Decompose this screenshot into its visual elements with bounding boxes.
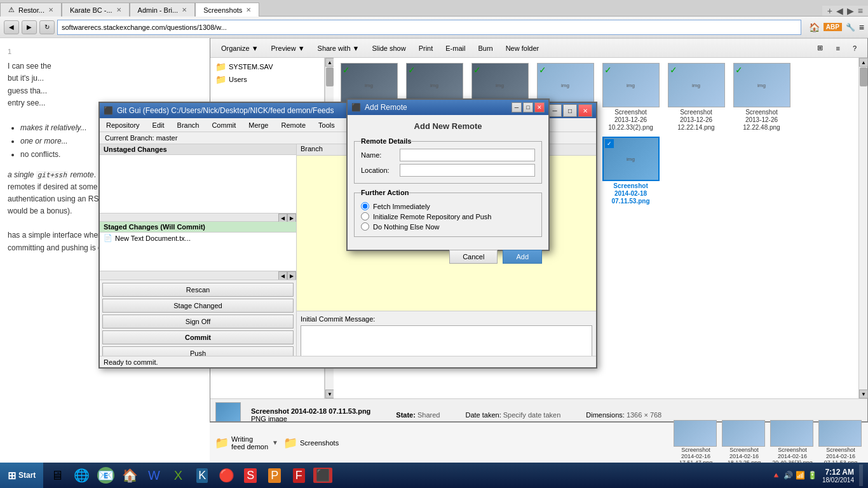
scroll-right-btn2[interactable]: ▶ bbox=[287, 271, 296, 280]
git-commit-message-input[interactable] bbox=[301, 325, 592, 357]
screenshot-thumb[interactable]: img ✓ Screenshot2014-02-1807.11.53.png bbox=[600, 137, 661, 205]
nav-system-sav[interactable]: 📁 SYSTEM.SAV bbox=[213, 60, 322, 73]
name-input[interactable] bbox=[400, 149, 535, 161]
taskbar-quick-launch-7[interactable]: K bbox=[191, 464, 214, 486]
location-input[interactable] bbox=[400, 164, 535, 177]
taskbar-quick-launch-10[interactable]: P bbox=[263, 464, 286, 486]
bottom-writing-item[interactable]: 📁 Writingfeed demon ▼ bbox=[215, 435, 278, 451]
git-menu-tools[interactable]: Tools bbox=[312, 118, 341, 132]
git-menu-merge[interactable]: Merge bbox=[242, 118, 275, 132]
git-menu-remote[interactable]: Remote bbox=[275, 118, 312, 132]
dialog-minimize-btn[interactable]: ─ bbox=[512, 102, 522, 112]
nav-extra-btn[interactable]: ≡ bbox=[858, 6, 863, 16]
bottom-thumb[interactable]: Screenshot 2014-02-1618.12.25.png bbox=[722, 420, 766, 466]
menu-btn[interactable]: ≡ bbox=[859, 22, 864, 32]
help-btn[interactable]: ? bbox=[847, 41, 862, 56]
burn-btn[interactable]: Burn bbox=[472, 41, 498, 56]
email-btn[interactable]: E-mail bbox=[440, 41, 471, 56]
git-menu-repository[interactable]: Repository bbox=[100, 118, 146, 132]
git-menu-branch[interactable]: Branch bbox=[171, 118, 206, 132]
cancel-btn[interactable]: Cancel bbox=[449, 250, 498, 264]
taskbar-quick-launch-2[interactable]: 🌐 bbox=[70, 464, 93, 486]
tab-close-btn[interactable]: ✕ bbox=[182, 6, 187, 13]
addon-btn1[interactable]: ABP bbox=[824, 23, 842, 31]
taskbar-quick-launch-9[interactable]: S bbox=[239, 464, 262, 486]
print-btn[interactable]: Print bbox=[413, 41, 439, 56]
start-button[interactable]: ⊞ Start bbox=[0, 463, 43, 488]
git-close-btn[interactable]: ✕ bbox=[578, 104, 592, 117]
screenshot-thumb[interactable]: img ✓ Screenshot2013-12-2612.22.48.png bbox=[731, 63, 792, 132]
start-label: Start bbox=[18, 471, 36, 480]
tab-close-btn[interactable]: ✕ bbox=[116, 6, 121, 13]
url-bar[interactable] bbox=[57, 20, 801, 35]
git-minimize-btn[interactable]: ─ bbox=[548, 104, 562, 117]
taskbar-quick-launch-1[interactable]: 🖥 bbox=[46, 464, 69, 486]
back-btn[interactable]: ◀ bbox=[4, 20, 19, 34]
forward-btn[interactable]: ▶ bbox=[22, 20, 37, 34]
add-btn[interactable]: Add bbox=[503, 250, 542, 264]
view-options-btn[interactable]: ⊞ bbox=[811, 41, 829, 56]
scroll-left-btn2[interactable]: ◀ bbox=[278, 271, 287, 280]
dialog-maximize-btn[interactable]: □ bbox=[523, 102, 533, 112]
taskbar-quick-launch-6[interactable]: X bbox=[166, 464, 189, 486]
preview-btn[interactable]: Preview ▼ bbox=[266, 41, 311, 56]
git-menu-edit[interactable]: Edit bbox=[146, 118, 171, 132]
scroll-right-btn[interactable]: ▶ bbox=[287, 214, 296, 222]
taskbar-quick-launch-3[interactable]: 📧 bbox=[94, 464, 117, 486]
taskbar-quick-launch-5[interactable]: W bbox=[142, 464, 165, 486]
tab-screenshots[interactable]: Screenshots ✕ bbox=[195, 3, 259, 17]
dialog-close-btn[interactable]: ✕ bbox=[534, 102, 545, 112]
screenshot-thumb[interactable]: img ✓ Screenshot2013-12-2612.22.14.png bbox=[666, 63, 726, 132]
dropdown-icon[interactable]: ▼ bbox=[272, 439, 278, 446]
commit-btn[interactable]: Commit bbox=[102, 330, 294, 344]
bottom-item-label: Writingfeed demon bbox=[231, 435, 268, 451]
sign-off-btn[interactable]: Sign Off bbox=[102, 315, 294, 329]
screenshot-thumb[interactable]: img ✓ Screenshot2013-12-2610.22.33(2).pn… bbox=[600, 63, 661, 132]
radio-init-label: Initialize Remote Repository and Push bbox=[373, 213, 491, 220]
scroll-down-btn[interactable]: ▼ bbox=[325, 390, 334, 398]
status-date: Date taken: Specify date taken bbox=[465, 411, 560, 419]
bottom-thumb[interactable]: Screenshot 2014-02-1607.11.53.png bbox=[818, 420, 863, 466]
tab-close-btn[interactable]: ✕ bbox=[246, 6, 251, 13]
tab-admin[interactable]: Admin - Bri... ✕ bbox=[130, 3, 196, 17]
stage-changed-btn[interactable]: Stage Changed bbox=[102, 299, 294, 313]
view-details-btn[interactable]: ≡ bbox=[830, 41, 845, 56]
organize-btn[interactable]: Organize ▼ bbox=[215, 41, 264, 56]
home-btn[interactable]: 🏠 bbox=[809, 22, 820, 32]
slide-show-btn[interactable]: Slide show bbox=[366, 41, 411, 56]
radio-fetch-input[interactable] bbox=[361, 202, 369, 210]
git-menu-commit[interactable]: Commit bbox=[205, 118, 242, 132]
taskbar-quick-launch-11[interactable]: F bbox=[287, 464, 310, 486]
scroll-up-btn[interactable]: ▲ bbox=[859, 58, 868, 67]
scroll-left-btn[interactable]: ◀ bbox=[278, 214, 287, 222]
bottom-thumb[interactable]: Screenshot 2014-02-1617.51.47.png bbox=[674, 420, 718, 466]
new-tab-btn[interactable]: + bbox=[827, 6, 832, 16]
show-desktop-btn[interactable] bbox=[859, 464, 863, 486]
bottom-screenshots-item[interactable]: 📁 Screenshots bbox=[283, 436, 339, 450]
tab-karate[interactable]: Karate BC -... ✕ bbox=[62, 3, 130, 17]
git-status-text: Ready to commit. bbox=[104, 358, 158, 366]
scroll-down-btn[interactable]: ▼ bbox=[859, 390, 868, 398]
refresh-btn[interactable]: ↻ bbox=[39, 20, 55, 34]
bottom-thumb[interactable]: Screenshot 2014-02-1620.49.36(3).png bbox=[770, 420, 815, 466]
radio-nothing-input[interactable] bbox=[361, 222, 369, 231]
radio-init-input[interactable] bbox=[361, 212, 369, 220]
addon-btn2[interactable]: 🔧 bbox=[846, 23, 855, 32]
radio-nothing-label: Do Nothing Else Now bbox=[373, 223, 440, 231]
git-maximize-btn[interactable]: □ bbox=[563, 104, 577, 117]
nav-users[interactable]: 📁 Users bbox=[213, 73, 322, 86]
tab-close-btn[interactable]: ✕ bbox=[48, 6, 53, 13]
scroll-up-btn[interactable]: ▲ bbox=[325, 58, 334, 67]
taskbar-quick-launch-8[interactable]: 🔴 bbox=[215, 464, 238, 486]
taskbar-quick-launch-4[interactable]: 🏠 bbox=[118, 464, 141, 486]
main-scrollbar[interactable]: ▲ ▼ bbox=[858, 58, 867, 398]
share-with-btn[interactable]: Share with ▼ bbox=[312, 41, 365, 56]
git-file-item[interactable]: 📄 New Text Document.tx... bbox=[100, 233, 296, 243]
taskbar-quick-launch-12[interactable]: ⬛ bbox=[311, 464, 334, 486]
new-folder-btn[interactable]: New folder bbox=[500, 41, 545, 56]
browser-nav-bar: ◀ ▶ ↻ 🏠 ABP 🔧 ≡ bbox=[0, 17, 868, 38]
nav-back-btn[interactable]: ◀ bbox=[836, 6, 843, 16]
rescan-btn[interactable]: Rescan bbox=[102, 283, 294, 297]
nav-forward-btn[interactable]: ▶ bbox=[847, 6, 854, 16]
tab-restorer[interactable]: ⚠ Restor... ✕ bbox=[0, 3, 62, 17]
